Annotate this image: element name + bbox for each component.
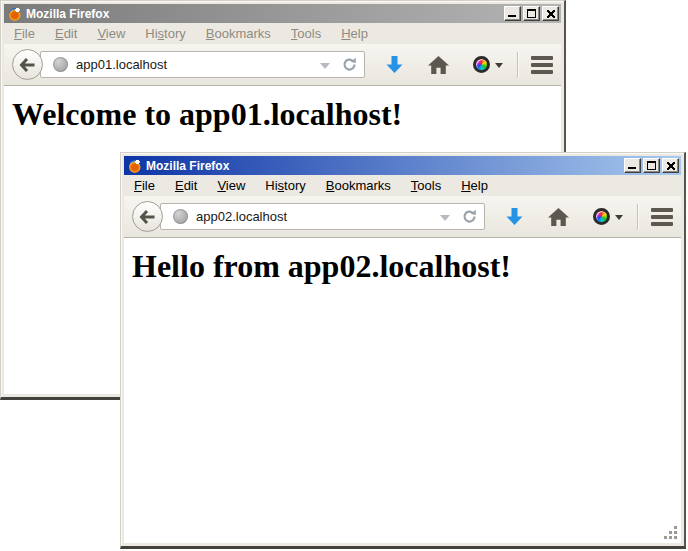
url-dropdown-chevron-icon[interactable] xyxy=(440,215,450,221)
menu-item-history[interactable]: History xyxy=(258,176,312,195)
extension-color-wheel-button[interactable] xyxy=(473,56,503,73)
hamburger-icon xyxy=(531,56,553,74)
app-menu-button[interactable] xyxy=(651,208,673,226)
minimize-icon xyxy=(628,167,636,169)
window-title: Mozilla Firefox xyxy=(146,159,622,173)
site-identity-globe-icon[interactable] xyxy=(53,57,68,72)
titlebar[interactable]: Mozilla Firefox xyxy=(124,156,681,175)
back-arrow-icon xyxy=(19,58,36,72)
maximize-icon xyxy=(647,161,656,170)
app-menu-button[interactable] xyxy=(531,56,553,74)
page-content: Hello from app02.localhost! xyxy=(124,238,681,543)
minimize-button[interactable] xyxy=(624,158,641,173)
toolbar-separator xyxy=(637,204,638,230)
back-arrow-icon xyxy=(139,210,156,224)
menu-bar: FileEditViewHistoryBookmarksToolsHelp xyxy=(124,175,681,196)
menu-item-file[interactable]: File xyxy=(7,24,42,43)
resize-grip[interactable] xyxy=(662,524,678,540)
menu-item-tools[interactable]: Tools xyxy=(404,176,448,195)
menu-item-file[interactable]: File xyxy=(127,176,162,195)
navigation-toolbar: app01.localhost xyxy=(4,44,561,86)
reload-button[interactable] xyxy=(462,209,477,224)
page-heading: Welcome to app01.localhost! xyxy=(12,96,561,133)
close-button[interactable] xyxy=(542,6,559,21)
download-button[interactable] xyxy=(385,55,404,74)
color-wheel-icon xyxy=(473,56,490,73)
extension-color-wheel-button[interactable] xyxy=(593,208,623,225)
menu-item-edit[interactable]: Edit xyxy=(168,176,204,195)
color-wheel-icon xyxy=(593,208,610,225)
firefox-icon xyxy=(7,6,22,21)
menu-item-bookmarks[interactable]: Bookmarks xyxy=(319,176,398,195)
home-icon xyxy=(428,56,449,74)
url-bar[interactable]: app01.localhost xyxy=(40,51,365,78)
download-arrow-icon xyxy=(505,207,524,226)
minimize-icon xyxy=(508,15,516,17)
maximize-icon xyxy=(527,9,536,18)
url-text: app02.localhost xyxy=(196,209,434,224)
download-arrow-icon xyxy=(385,55,404,74)
chevron-down-icon xyxy=(495,63,503,68)
menu-item-help[interactable]: Help xyxy=(454,176,495,195)
close-button[interactable] xyxy=(662,158,679,173)
menu-item-history[interactable]: History xyxy=(138,24,192,43)
home-button[interactable] xyxy=(548,208,569,226)
maximize-button[interactable] xyxy=(643,158,660,173)
menu-item-edit[interactable]: Edit xyxy=(48,24,84,43)
firefox-icon xyxy=(127,158,142,173)
back-button[interactable] xyxy=(12,49,43,80)
close-icon xyxy=(667,162,675,170)
url-text: app01.localhost xyxy=(76,57,314,72)
reload-button[interactable] xyxy=(342,57,357,72)
maximize-button[interactable] xyxy=(523,6,540,21)
menu-item-tools[interactable]: Tools xyxy=(284,24,328,43)
menu-item-view[interactable]: View xyxy=(210,176,252,195)
window-title: Mozilla Firefox xyxy=(26,7,502,21)
minimize-button[interactable] xyxy=(504,6,521,21)
url-dropdown-chevron-icon[interactable] xyxy=(320,63,330,69)
reload-icon xyxy=(342,57,357,72)
titlebar[interactable]: Mozilla Firefox xyxy=(4,4,561,23)
navigation-toolbar: app02.localhost xyxy=(124,196,681,238)
home-button[interactable] xyxy=(428,56,449,74)
back-button[interactable] xyxy=(132,201,163,232)
menu-bar: FileEditViewHistoryBookmarksToolsHelp xyxy=(4,23,561,44)
chevron-down-icon xyxy=(615,215,623,220)
menu-item-bookmarks[interactable]: Bookmarks xyxy=(199,24,278,43)
url-bar[interactable]: app02.localhost xyxy=(160,203,485,230)
close-icon xyxy=(547,10,555,18)
menu-item-view[interactable]: View xyxy=(90,24,132,43)
home-icon xyxy=(548,208,569,226)
site-identity-globe-icon[interactable] xyxy=(173,209,188,224)
firefox-window-app02: Mozilla Firefox FileEditViewHistoryBookm… xyxy=(120,152,686,549)
hamburger-icon xyxy=(651,208,673,226)
page-heading: Hello from app02.localhost! xyxy=(132,248,681,285)
menu-item-help[interactable]: Help xyxy=(334,24,375,43)
download-button[interactable] xyxy=(505,207,524,226)
reload-icon xyxy=(462,209,477,224)
toolbar-separator xyxy=(517,52,518,78)
